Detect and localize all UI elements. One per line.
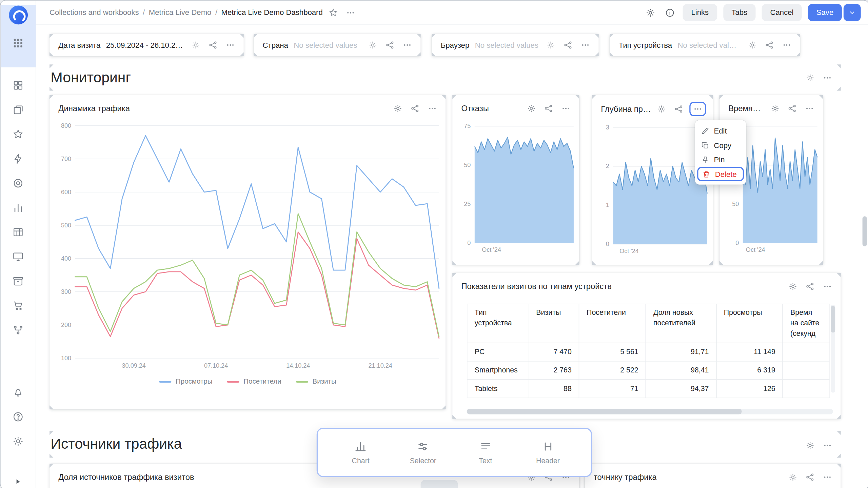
resize-handle[interactable] xyxy=(575,261,579,265)
legend-item[interactable]: Просмотры xyxy=(159,378,213,385)
relations-icon[interactable] xyxy=(383,38,397,52)
visits-by-source-widget[interactable]: точнику трафика xyxy=(585,464,841,488)
gear-icon[interactable] xyxy=(786,280,800,293)
traffic-dynamics-widget[interactable]: Динамика трафика 10020030040050060070080… xyxy=(50,95,446,409)
ellipsis-icon[interactable] xyxy=(780,38,793,52)
bar-chart-icon[interactable] xyxy=(1,195,36,220)
gear-icon[interactable] xyxy=(544,38,557,52)
tabs-button[interactable]: Tabs xyxy=(723,4,756,21)
help-icon[interactable] xyxy=(1,404,36,429)
table-header-cell[interactable]: Посетители xyxy=(579,304,646,343)
ellipsis-icon[interactable] xyxy=(224,38,237,52)
ellipsis-icon[interactable] xyxy=(821,280,834,293)
scrollbar-thumb[interactable] xyxy=(467,409,742,414)
resize-handle[interactable] xyxy=(592,261,596,265)
resize-handle[interactable] xyxy=(837,415,841,419)
date-range-value[interactable]: 25.09.2024 - 26.10.2024 xyxy=(106,41,184,49)
visits-by-device-widget[interactable]: Показатели визитов по типам устройств Ти… xyxy=(452,273,841,419)
ellipsis-icon[interactable] xyxy=(344,6,357,19)
page-scrollbar-thumb[interactable] xyxy=(863,216,867,246)
menu-item-delete[interactable]: Delete xyxy=(697,167,744,181)
table-header-cell[interactable]: Визиты xyxy=(529,304,579,343)
resize-handle[interactable] xyxy=(819,261,823,265)
bell-icon[interactable] xyxy=(1,380,36,404)
ellipsis-icon[interactable] xyxy=(559,102,572,115)
add-text-button[interactable]: Text xyxy=(466,440,505,465)
ellipsis-icon-active[interactable] xyxy=(689,102,706,116)
section-monitoring[interactable]: Мониторинг xyxy=(50,64,841,90)
lightning-icon[interactable] xyxy=(1,146,36,171)
gear-icon[interactable] xyxy=(644,6,657,19)
gear-icon[interactable] xyxy=(746,38,759,52)
relations-icon[interactable] xyxy=(409,102,422,115)
expand-sidebar-icon[interactable] xyxy=(14,478,22,486)
legend-item[interactable]: Визиты xyxy=(296,378,336,385)
gear-icon[interactable] xyxy=(189,38,202,52)
breadcrumb-dashboard[interactable]: Metrica Live Demo Dashboard xyxy=(221,8,323,17)
ellipsis-icon[interactable] xyxy=(821,439,834,452)
relations-icon[interactable] xyxy=(763,38,776,52)
flow-icon[interactable] xyxy=(1,318,36,342)
ellipsis-icon[interactable] xyxy=(579,38,592,52)
relations-icon[interactable] xyxy=(561,38,575,52)
relations-icon[interactable] xyxy=(786,102,799,115)
gear-icon[interactable] xyxy=(768,102,782,115)
filter-country-widget[interactable]: Страна No selected values xyxy=(254,34,420,56)
resize-handle[interactable] xyxy=(50,405,53,409)
gear-icon[interactable] xyxy=(786,470,800,484)
resize-handle[interactable] xyxy=(442,405,446,409)
resize-handle[interactable] xyxy=(452,261,456,265)
resize-handle[interactable] xyxy=(837,87,841,90)
table-header-cell[interactable]: Просмотры xyxy=(716,304,783,343)
relations-icon[interactable] xyxy=(804,280,817,293)
gear-icon[interactable] xyxy=(804,71,817,84)
table-header-cell[interactable]: Время на сайте (секунд xyxy=(783,304,829,343)
info-icon[interactable] xyxy=(663,6,676,19)
ring-icon[interactable] xyxy=(1,171,36,195)
resize-handle[interactable] xyxy=(709,261,713,265)
relations-icon[interactable] xyxy=(804,470,817,484)
ellipsis-icon[interactable] xyxy=(401,38,414,52)
apps-grid-icon[interactable] xyxy=(1,30,36,55)
save-button[interactable]: Save xyxy=(808,4,842,21)
ellipsis-icon[interactable] xyxy=(426,102,439,115)
scrollbar-thumb[interactable] xyxy=(831,306,835,333)
resize-handle[interactable] xyxy=(50,87,53,90)
table-header-cell[interactable]: Тип устройства xyxy=(467,304,529,343)
filter-value-placeholder[interactable]: No selected values xyxy=(475,41,538,49)
ellipsis-icon[interactable] xyxy=(821,470,834,484)
datalens-logo-icon[interactable] xyxy=(8,5,28,25)
relations-icon[interactable] xyxy=(542,102,555,115)
links-button[interactable]: Links xyxy=(683,4,717,21)
gear-icon[interactable] xyxy=(525,102,538,115)
menu-item-pin[interactable]: Pin xyxy=(697,152,744,167)
resize-handle[interactable] xyxy=(50,454,53,458)
ellipsis-icon[interactable] xyxy=(803,102,816,115)
squares-four-icon[interactable] xyxy=(1,73,36,97)
resize-handle[interactable] xyxy=(452,415,456,419)
menu-item-copy[interactable]: Copy xyxy=(697,138,744,152)
add-chart-button[interactable]: Chart xyxy=(341,440,380,465)
ellipsis-icon[interactable] xyxy=(821,71,834,84)
archive-icon[interactable] xyxy=(1,269,36,293)
breadcrumb-collections[interactable]: Collections and workbooks xyxy=(50,8,139,17)
monitor-icon[interactable] xyxy=(1,244,36,268)
favorite-star-icon[interactable] xyxy=(327,6,340,19)
filter-value-placeholder[interactable]: No selected values xyxy=(294,41,357,49)
gear-icon[interactable] xyxy=(391,102,405,115)
cancel-button[interactable]: Cancel xyxy=(762,4,802,21)
table-header-cell[interactable]: Доля новых посетителей xyxy=(646,304,716,343)
gear-icon[interactable] xyxy=(366,38,379,52)
resize-handle[interactable] xyxy=(719,261,723,265)
filter-browser-widget[interactable]: Браузер No selected values xyxy=(432,34,598,56)
add-selector-button[interactable]: Selector xyxy=(403,440,442,465)
breadcrumb-workbook[interactable]: Metrica Live Demo xyxy=(149,8,212,17)
star-icon[interactable] xyxy=(1,122,36,146)
filter-value-placeholder[interactable]: No selected values xyxy=(677,41,740,49)
resize-handle[interactable] xyxy=(837,454,841,458)
filter-device-type-widget[interactable]: Тип устройства No selected values xyxy=(610,34,800,56)
gear-icon[interactable] xyxy=(804,439,817,452)
table-icon[interactable] xyxy=(1,220,36,244)
relations-icon[interactable] xyxy=(672,102,685,116)
gear-icon[interactable] xyxy=(655,102,668,116)
